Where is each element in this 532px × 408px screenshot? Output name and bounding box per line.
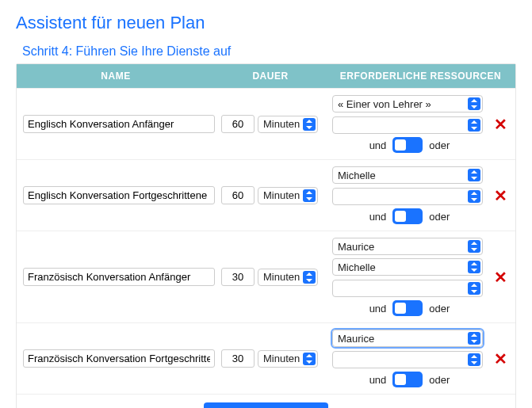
toggle-knob bbox=[395, 139, 406, 151]
chevron-updown-icon bbox=[469, 242, 479, 251]
table-row: MinutenMichelleundoder✕ bbox=[17, 159, 515, 231]
resource-select[interactable] bbox=[332, 280, 483, 297]
resource-line: Michelle bbox=[332, 166, 487, 184]
select-value: Maurice bbox=[338, 333, 374, 345]
duration-input[interactable] bbox=[221, 268, 255, 286]
and-label: und bbox=[369, 303, 387, 315]
resources-block: « Einer von Lehrer »undoder bbox=[332, 95, 487, 153]
service-name-input[interactable] bbox=[23, 186, 215, 204]
select-value: Minuten bbox=[263, 271, 300, 283]
duration-input[interactable] bbox=[221, 186, 255, 204]
resource-line: Maurice bbox=[332, 330, 487, 347]
chevron-updown-icon bbox=[304, 120, 314, 129]
or-label: oder bbox=[429, 374, 450, 386]
or-label: oder bbox=[429, 211, 450, 223]
and-label: und bbox=[369, 211, 387, 223]
resource-line: Maurice bbox=[332, 238, 487, 255]
delete-row-button[interactable]: ✕ bbox=[492, 268, 509, 287]
table-row: MinutenMauriceundoder✕ bbox=[17, 322, 515, 394]
chevron-updown-icon bbox=[469, 334, 479, 343]
duration-input[interactable] bbox=[221, 349, 255, 368]
and-or-toggle[interactable] bbox=[392, 208, 423, 224]
duration-unit-select[interactable]: Minuten bbox=[258, 350, 318, 368]
or-label: oder bbox=[429, 139, 450, 151]
table-footer: + Füge Reihe hinzu bbox=[17, 394, 515, 408]
table-header: NAME DAUER ERFORDERLICHE RESSOURCEN bbox=[17, 64, 515, 88]
header-name: NAME bbox=[17, 64, 215, 88]
and-or-toggle[interactable] bbox=[392, 300, 423, 316]
and-or-toggle-row: undoder bbox=[332, 372, 487, 387]
resource-line bbox=[332, 279, 487, 297]
select-value: « Einer von Lehrer » bbox=[338, 98, 431, 110]
chevron-updown-icon bbox=[469, 99, 479, 109]
duration-unit-select[interactable]: Minuten bbox=[258, 187, 318, 204]
resource-line bbox=[332, 116, 487, 134]
toggle-knob bbox=[395, 303, 406, 314]
duration-unit-select[interactable]: Minuten bbox=[258, 116, 318, 133]
resource-select[interactable] bbox=[332, 351, 483, 368]
select-value: Minuten bbox=[263, 118, 300, 130]
service-name-input[interactable] bbox=[23, 115, 215, 133]
chevron-updown-icon bbox=[469, 120, 479, 130]
service-name-input[interactable] bbox=[23, 268, 215, 286]
chevron-updown-icon bbox=[469, 170, 479, 180]
select-value: Maurice bbox=[338, 241, 374, 253]
and-or-toggle[interactable] bbox=[392, 372, 423, 387]
select-value: Minuten bbox=[263, 353, 300, 364]
and-or-toggle-row: undoder bbox=[332, 208, 487, 224]
and-or-toggle[interactable] bbox=[392, 137, 423, 153]
duration-unit-select[interactable]: Minuten bbox=[258, 269, 318, 286]
chevron-updown-icon bbox=[469, 284, 479, 293]
toggle-knob bbox=[395, 374, 406, 385]
header-resources: ERFORDERLICHE RESSOURCEN bbox=[326, 64, 515, 88]
service-name-input[interactable] bbox=[23, 349, 215, 368]
delete-row-button[interactable]: ✕ bbox=[492, 115, 509, 134]
resource-line: Michelle bbox=[332, 258, 487, 276]
chevron-updown-icon bbox=[304, 191, 314, 200]
resource-select[interactable]: Maurice bbox=[332, 330, 483, 347]
chevron-updown-icon bbox=[469, 355, 479, 364]
resource-line: « Einer von Lehrer » bbox=[332, 95, 487, 112]
select-value: Minuten bbox=[263, 189, 300, 201]
and-or-toggle-row: undoder bbox=[332, 300, 487, 316]
resource-select[interactable] bbox=[332, 188, 483, 205]
table-row: Minuten« Einer von Lehrer »undoder✕ bbox=[17, 88, 515, 159]
resource-line bbox=[332, 187, 487, 205]
or-label: oder bbox=[429, 303, 450, 315]
resource-line bbox=[332, 350, 487, 368]
select-value: Michelle bbox=[338, 261, 376, 273]
resource-select[interactable]: Michelle bbox=[332, 166, 483, 184]
resources-block: Michelleundoder bbox=[332, 166, 487, 224]
page-title: Assistent für neuen Plan bbox=[16, 13, 516, 33]
add-row-button[interactable]: + Füge Reihe hinzu bbox=[204, 402, 329, 408]
resource-select[interactable]: Michelle bbox=[332, 258, 483, 276]
header-duration: DAUER bbox=[215, 64, 326, 88]
table-row: MinutenMauriceMichelleundoder✕ bbox=[17, 231, 515, 322]
select-value: Michelle bbox=[338, 170, 376, 181]
resource-select[interactable]: « Einer von Lehrer » bbox=[332, 95, 483, 112]
delete-row-button[interactable]: ✕ bbox=[492, 349, 509, 368]
resource-select[interactable]: Maurice bbox=[332, 238, 483, 255]
chevron-updown-icon bbox=[469, 262, 479, 272]
and-or-toggle-row: undoder bbox=[332, 137, 487, 153]
resources-block: MauriceMichelleundoder bbox=[332, 238, 487, 316]
and-label: und bbox=[369, 374, 387, 386]
chevron-updown-icon bbox=[304, 354, 314, 364]
chevron-updown-icon bbox=[469, 192, 479, 201]
chevron-updown-icon bbox=[304, 273, 314, 282]
and-label: und bbox=[369, 139, 387, 151]
resources-block: Mauriceundoder bbox=[332, 330, 487, 387]
step-title: Schritt 4: Führen Sie Ihre Dienste auf bbox=[22, 44, 516, 59]
duration-input[interactable] bbox=[221, 115, 255, 133]
services-table: NAME DAUER ERFORDERLICHE RESSOURCEN Minu… bbox=[16, 63, 516, 408]
delete-row-button[interactable]: ✕ bbox=[492, 186, 509, 205]
resource-select[interactable] bbox=[332, 116, 483, 134]
toggle-knob bbox=[395, 211, 406, 222]
